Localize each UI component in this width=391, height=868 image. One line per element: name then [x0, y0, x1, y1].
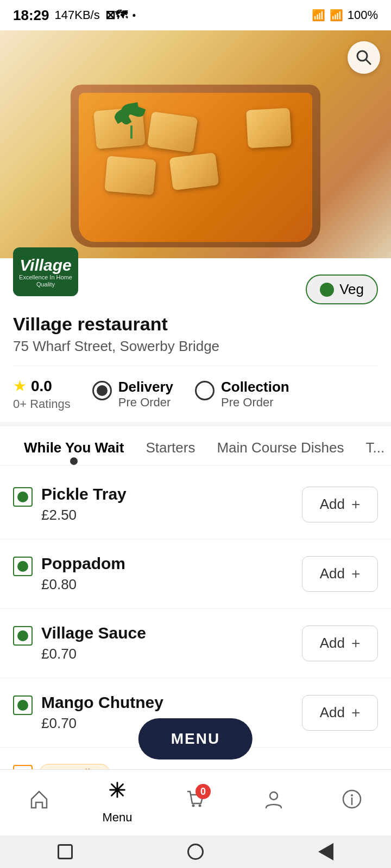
veg-dot	[17, 700, 28, 711]
menu-item: Poppadom £0.80 Add +	[0, 539, 391, 609]
wifi-icon: 📶	[330, 9, 343, 22]
veg-dot	[17, 492, 28, 502]
restaurant-logo: Village Excellence In Home Quality	[13, 247, 78, 296]
sys-home-button[interactable]	[185, 841, 206, 863]
item-name: Village Sauce	[41, 624, 302, 642]
cart-icon: 0	[185, 788, 206, 815]
nav-cart[interactable]: 0	[174, 788, 217, 815]
add-button[interactable]: Add +	[302, 556, 378, 592]
veg-indicator	[13, 557, 33, 576]
item-price: £2.50	[41, 507, 302, 524]
tab-starters[interactable]: Starters	[135, 426, 206, 465]
svg-point-10	[351, 794, 353, 796]
food-piece	[246, 108, 292, 148]
home-icon	[28, 788, 50, 815]
restaurant-card: Village Excellence In Home Quality Veg V…	[0, 258, 391, 422]
system-navigation	[0, 835, 391, 868]
radio-selected	[97, 385, 108, 396]
plus-icon: +	[351, 704, 360, 722]
plus-icon: +	[351, 635, 360, 652]
hero-image	[0, 30, 391, 258]
rating-value: 0.0	[31, 378, 52, 395]
tab-while-you-wait[interactable]: While You Wait	[13, 426, 135, 465]
sys-square-button[interactable]	[54, 841, 76, 863]
tab-more[interactable]: T...	[355, 426, 391, 465]
nav-menu[interactable]: Menu	[96, 778, 139, 825]
collection-sub: Pre Order	[221, 395, 289, 410]
food-bowl	[71, 85, 320, 247]
sys-back-button[interactable]	[315, 841, 337, 863]
delivery-option[interactable]: Delivery Pre Order	[92, 379, 173, 410]
veg-dot-icon	[320, 283, 334, 297]
delivery-radio[interactable]	[92, 381, 112, 400]
battery: 100%	[348, 8, 378, 22]
add-button[interactable]: Add +	[302, 487, 378, 522]
rating-block: ★ 0.0 0+ Ratings	[13, 377, 71, 411]
star-icon: ★	[13, 377, 27, 395]
item-name: Mango Chutney	[41, 693, 302, 712]
time: 18:29	[13, 7, 49, 24]
plus-icon: +	[351, 565, 360, 583]
category-tabs: While You Wait Starters Main Course Dish…	[0, 426, 391, 465]
veg-dot	[17, 630, 28, 641]
search-button[interactable]	[348, 41, 380, 74]
network-icons: ⊠🗺	[105, 8, 127, 22]
svg-point-6	[192, 805, 195, 807]
restaurant-name: Village restaurant	[13, 314, 378, 335]
plus-icon: +	[351, 496, 360, 513]
tab-main-course[interactable]: Main Course Dishes	[206, 426, 355, 465]
veg-toggle-button[interactable]: Veg	[306, 275, 378, 304]
add-button[interactable]: Add +	[302, 695, 378, 731]
dot-indicator: •	[133, 10, 136, 21]
status-bar: 18:29 147KB/s ⊠🗺 • 📶 📶 100%	[0, 0, 391, 30]
nav-profile[interactable]	[252, 788, 295, 815]
collection-radio[interactable]	[195, 381, 215, 400]
signal-bars: 📶	[312, 9, 325, 22]
menu-float-button[interactable]: MENU	[138, 718, 253, 760]
menu-nav-label: Menu	[102, 810, 132, 825]
menu-item: Village Sauce £0.70 Add +	[0, 609, 391, 678]
veg-indicator	[13, 626, 33, 646]
network-speed: 147KB/s	[55, 8, 100, 22]
delivery-sub: Pre Order	[118, 395, 173, 410]
food-piece	[104, 156, 156, 195]
collection-option[interactable]: Collection Pre Order	[195, 379, 289, 410]
nav-info[interactable]	[330, 788, 374, 815]
svg-line-1	[366, 60, 370, 64]
veg-dot	[17, 561, 28, 572]
item-name: Poppadom	[41, 554, 302, 573]
svg-point-8	[270, 792, 278, 800]
veg-indicator	[13, 487, 33, 507]
bottom-navigation: Menu 0	[0, 769, 391, 835]
add-button[interactable]: Add +	[302, 626, 378, 661]
ratings-count: 0+ Ratings	[13, 397, 71, 411]
info-icon	[341, 788, 363, 815]
item-price: £0.70	[41, 646, 302, 662]
profile-icon	[263, 788, 285, 815]
nav-home[interactable]	[17, 788, 61, 815]
cart-badge: 0	[195, 784, 211, 799]
delivery-label: Delivery	[118, 379, 173, 395]
restaurant-meta: ★ 0.0 0+ Ratings Delivery Pre Order Coll…	[13, 366, 378, 422]
veg-indicator	[13, 695, 33, 715]
food-piece	[169, 152, 219, 190]
item-name: Pickle Tray	[41, 485, 302, 503]
collection-label: Collection	[221, 379, 289, 395]
garnish	[111, 98, 155, 142]
menu-item: Pickle Tray £2.50 Add +	[0, 470, 391, 539]
menu-cross-icon	[106, 778, 129, 806]
svg-point-7	[199, 805, 201, 807]
restaurant-address: 75 Wharf Street, Sowerby Bridge	[13, 338, 378, 355]
item-price: £0.80	[41, 576, 302, 593]
